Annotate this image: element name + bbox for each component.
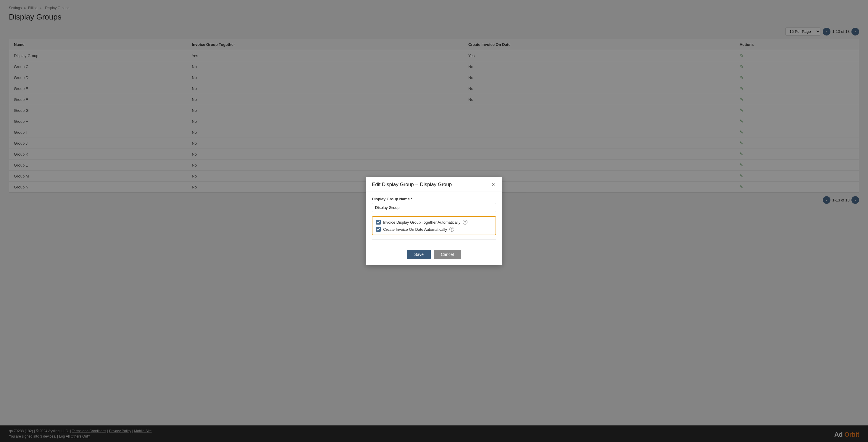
modal-header: Edit Display Group -- Display Group × [366,177,502,191]
invoice-checkbox-row: Invoice Display Group Together Automatic… [376,220,492,225]
create-invoice-label[interactable]: Create Invoice On Date Automatically [383,227,447,232]
save-button[interactable]: Save [407,250,431,259]
invoice-group-checkbox[interactable] [376,220,381,225]
modal-title: Edit Display Group -- Display Group [372,182,452,188]
create-invoice-checkbox-row: Create Invoice On Date Automatically ? [376,227,492,232]
modal-overlay: Edit Display Group -- Display Group × Di… [0,0,868,442]
invoice-group-label[interactable]: Invoice Display Group Together Automatic… [383,220,460,225]
cancel-button[interactable]: Cancel [434,250,461,259]
checkbox-group: Invoice Display Group Together Automatic… [372,216,496,235]
display-group-name-input[interactable] [372,203,496,212]
modal-footer: Save Cancel [366,250,502,265]
modal-close-button[interactable]: × [491,182,496,187]
modal: Edit Display Group -- Display Group × Di… [366,177,502,265]
invoice-group-help-icon[interactable]: ? [463,220,467,225]
create-invoice-help-icon[interactable]: ? [450,227,454,232]
display-group-name-label: Display Group Name * [372,197,496,201]
create-invoice-checkbox[interactable] [376,227,381,232]
form-group-name: Display Group Name * [372,197,496,212]
modal-divider [372,239,496,240]
modal-body: Display Group Name * Invoice Display Gro… [366,191,502,250]
